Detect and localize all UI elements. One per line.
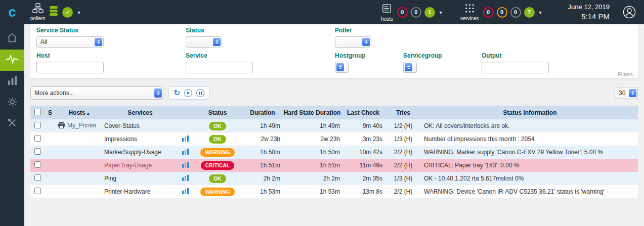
- header-hosts[interactable]: Hosts ▴: [56, 106, 102, 119]
- services-count-badge[interactable]: 0: [483, 7, 494, 18]
- sidebar-item-configuration[interactable]: [0, 92, 24, 113]
- chart-icon[interactable]: [182, 149, 189, 155]
- service-cell: PaperTray-Usage: [102, 159, 178, 172]
- dropdown-arrows-icon: [95, 38, 102, 46]
- main-content: Monitoring>Status Details>Services Servi…: [24, 0, 644, 198]
- duration-cell: 1h 51m: [243, 159, 282, 172]
- host-cell: [56, 159, 102, 172]
- refresh-button[interactable]: ↻: [174, 89, 180, 97]
- output-input[interactable]: [482, 62, 549, 73]
- header-hard-state-duration[interactable]: Hard State Duration: [282, 106, 342, 119]
- row-select-checkbox[interactable]: [34, 174, 41, 181]
- services-menu[interactable]: services: [460, 4, 479, 21]
- pause-button[interactable]: [196, 89, 204, 97]
- rows-per-page-select[interactable]: 30: [615, 87, 638, 99]
- filters-panel-label[interactable]: Filters: [618, 71, 633, 77]
- hosts-status-group: hosts 001 ▾: [381, 3, 442, 22]
- refresh-controls: ↻: [168, 86, 209, 100]
- service-link[interactable]: Ping: [104, 175, 116, 182]
- last-check-cell: 9m 40s: [342, 119, 384, 132]
- database-icon[interactable]: [49, 6, 58, 19]
- hosts-icon: [381, 3, 392, 16]
- services-count-badge[interactable]: 0: [497, 7, 507, 18]
- header-status[interactable]: Status: [192, 106, 243, 119]
- host-input[interactable]: [36, 62, 104, 73]
- chart-icon[interactable]: [182, 135, 189, 142]
- row-select-cell: [30, 119, 45, 132]
- row-select-checkbox[interactable]: [34, 148, 41, 155]
- service-label: Service: [186, 52, 335, 59]
- play-button[interactable]: [184, 89, 192, 97]
- date-text: June 12, 2019: [568, 3, 610, 12]
- status-badge: OK: [209, 174, 226, 183]
- service-link[interactable]: Printer-Hardware: [104, 188, 150, 195]
- status-information-cell: Number of impressions this month : 2054: [422, 132, 638, 146]
- header-duration[interactable]: Duration: [243, 106, 282, 119]
- service-link[interactable]: Impressions: [104, 135, 137, 143]
- poller-select[interactable]: [335, 36, 371, 48]
- poller-ok-check-icon[interactable]: ✓: [62, 7, 73, 18]
- chart-icon[interactable]: [182, 162, 189, 168]
- hostgroup-select[interactable]: [335, 62, 349, 73]
- table-row: My_PrinterCover-StatusOK1h 49m1h 49m9m 4…: [30, 119, 638, 132]
- status-information-cell: OK - 10.40.1.202 rta 5,617mslost 0%: [422, 172, 638, 185]
- header-severity: S: [45, 106, 56, 119]
- service-link[interactable]: MarkerSupply-Usage: [104, 149, 161, 156]
- hosts-count-badge[interactable]: 0: [397, 7, 408, 18]
- host-cell: [56, 132, 102, 146]
- status-select[interactable]: [186, 36, 222, 48]
- service-link[interactable]: Cover-Status: [104, 122, 140, 129]
- sidebar-item-monitoring[interactable]: [0, 50, 24, 71]
- hosts-chevron-down-icon[interactable]: ▾: [440, 10, 442, 15]
- status-cell: WARNING: [192, 185, 243, 198]
- tries-cell: 1/2 (H): [384, 119, 422, 132]
- status-cell: WARNING: [192, 146, 243, 159]
- status-information-cell: WARNING: Device 'Canon iR-ADV C5235 36.2…: [422, 185, 638, 198]
- row-select-checkbox[interactable]: [34, 135, 41, 142]
- services-count-badge[interactable]: 7: [524, 7, 535, 18]
- services-badges: 0007: [483, 7, 535, 18]
- servicegroup-select[interactable]: [403, 62, 417, 73]
- row-select-checkbox[interactable]: [34, 122, 41, 128]
- header-tries[interactable]: Tries: [384, 106, 422, 119]
- sidebar-item-home[interactable]: [0, 28, 24, 50]
- status-badge: OK: [209, 122, 226, 130]
- services-chevron-down-icon[interactable]: ▾: [539, 10, 542, 15]
- header-last-check[interactable]: Last Check: [342, 106, 384, 119]
- row-select-cell: [30, 185, 45, 198]
- tries-cell: 2/2 (H): [384, 159, 422, 172]
- row-select-checkbox[interactable]: [34, 161, 41, 168]
- hosts-count-badge[interactable]: 1: [424, 7, 435, 18]
- status-information-cell: CRITICAL: Paper tray '1#3': 0.00 %: [422, 159, 638, 172]
- header-services[interactable]: Services: [102, 106, 178, 119]
- sidebar-item-administration[interactable]: [0, 113, 24, 134]
- row-select-checkbox[interactable]: [34, 188, 41, 194]
- pollers-menu[interactable]: pollers: [30, 3, 45, 21]
- sidebar-item-reporting[interactable]: [0, 71, 24, 92]
- hosts-menu[interactable]: hosts: [381, 3, 393, 22]
- host-link[interactable]: My_Printer: [67, 122, 97, 129]
- services-table-body: My_PrinterCover-StatusOK1h 49m1h 49m9m 4…: [30, 119, 638, 198]
- header-status-information[interactable]: Status information: [422, 106, 638, 119]
- host-label: Host: [36, 52, 186, 59]
- service-link[interactable]: PaperTray-Usage: [104, 162, 152, 169]
- chart-icon[interactable]: [182, 175, 189, 181]
- chart-icon[interactable]: [182, 188, 189, 194]
- duration-cell: 1h 53m: [243, 185, 282, 198]
- time-text: 5:14 PM: [568, 12, 610, 22]
- row-select-cell: [30, 159, 45, 172]
- services-table: S Hosts ▴ Services Status Duration Hard …: [30, 106, 638, 198]
- hosts-count-badge[interactable]: 0: [411, 7, 421, 18]
- more-actions-select[interactable]: More actions...: [30, 86, 163, 100]
- select-all-checkbox[interactable]: [34, 109, 41, 115]
- centreon-logo[interactable]: c: [0, 0, 24, 24]
- severity-cell: [45, 159, 56, 172]
- actions-toolbar: More actions... ↻ 30: [30, 86, 638, 100]
- tries-cell: 2/2 (H): [384, 146, 422, 159]
- pollers-chevron-down-icon[interactable]: ▾: [77, 10, 80, 15]
- service-input[interactable]: [186, 62, 253, 73]
- services-count-badge[interactable]: 0: [510, 7, 521, 18]
- service-status-select[interactable]: All: [36, 36, 104, 48]
- user-profile-button[interactable]: [623, 6, 636, 19]
- severity-cell: [45, 119, 56, 132]
